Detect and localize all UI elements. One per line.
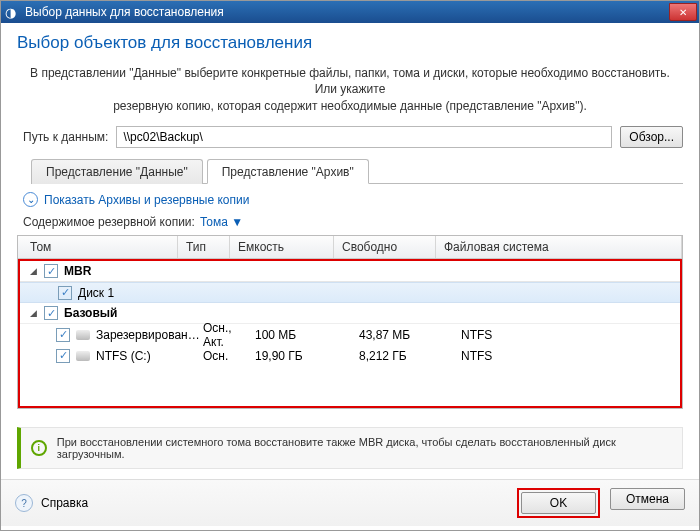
volumes-table: Том Тип Емкость Свободно Файловая систем…	[17, 235, 683, 409]
page-title: Выбор объектов для восстановления	[17, 33, 683, 53]
group-mbr[interactable]: ◢ ✓ MBR	[20, 261, 680, 282]
hint-text: При восстановлении системного тома восст…	[57, 436, 672, 460]
app-icon	[5, 5, 19, 19]
checkbox[interactable]: ✓	[44, 264, 58, 278]
tabs: Представление "Данные" Представление "Ар…	[31, 158, 683, 184]
col-filesystem[interactable]: Файловая система	[436, 236, 682, 258]
path-label: Путь к данным:	[23, 130, 108, 144]
row-disk1[interactable]: ◢ ✓ Диск 1	[20, 282, 680, 303]
col-type[interactable]: Тип	[178, 236, 230, 258]
tree-toggle-icon[interactable]: ◢	[26, 266, 40, 276]
cell-type: Осн.	[203, 349, 255, 363]
tab-archive[interactable]: Представление "Архив"	[207, 159, 369, 184]
checkbox[interactable]: ✓	[44, 306, 58, 320]
tree-toggle-icon[interactable]: ◢	[26, 308, 40, 318]
checkbox[interactable]: ✓	[56, 328, 70, 342]
ok-button[interactable]: OK	[521, 492, 596, 514]
selection-highlight: ◢ ✓ MBR ◢ ✓ Диск 1 ◢ ✓ Базовый ✓ Зарезер…	[18, 259, 682, 408]
disk-label: Диск 1	[78, 286, 114, 300]
col-volume[interactable]: Том	[18, 236, 178, 258]
expand-icon[interactable]: ⌄	[23, 192, 38, 207]
cell-type: Осн., Акт.	[203, 321, 255, 349]
hint-panel: i При восстановлении системного тома вос…	[17, 427, 683, 469]
table-row[interactable]: ✓ Зарезервирован… Осн., Акт. 100 МБ 43,8…	[20, 324, 680, 345]
cell-free: 8,212 ГБ	[359, 349, 461, 363]
group-label: MBR	[64, 264, 91, 278]
description-line1: В представлении "Данные" выберите конкре…	[1, 61, 699, 99]
cell-capacity: 19,90 ГБ	[255, 349, 359, 363]
group-label: Базовый	[64, 306, 117, 320]
ok-highlight: OK	[517, 488, 600, 518]
show-archives-link[interactable]: Показать Архивы и резервные копии	[44, 193, 249, 207]
checkbox[interactable]: ✓	[56, 349, 70, 363]
col-capacity[interactable]: Емкость	[230, 236, 334, 258]
cell-free: 43,87 МБ	[359, 328, 461, 342]
checkbox[interactable]: ✓	[58, 286, 72, 300]
info-icon: i	[31, 440, 47, 456]
path-input[interactable]	[116, 126, 612, 148]
disk-icon	[76, 351, 90, 361]
description-line2: резервную копию, которая содержит необхо…	[1, 99, 699, 123]
group-basic[interactable]: ◢ ✓ Базовый	[20, 303, 680, 324]
cell-volume: NTFS (C:)	[96, 349, 203, 363]
cell-capacity: 100 МБ	[255, 328, 359, 342]
browse-button[interactable]: Обзор...	[620, 126, 683, 148]
cell-volume: Зарезервирован…	[96, 328, 203, 342]
cell-fs: NTFS	[461, 328, 680, 342]
table-row[interactable]: ✓ NTFS (C:) Осн. 19,90 ГБ 8,212 ГБ NTFS	[20, 345, 680, 366]
cancel-button[interactable]: Отмена	[610, 488, 685, 510]
content-type-dropdown[interactable]: Тома ▼	[200, 215, 243, 229]
help-icon[interactable]: ?	[15, 494, 33, 512]
title-bar: Выбор данных для восстановления ✕	[1, 1, 699, 23]
backup-content-label: Содержимое резервной копии:	[23, 215, 195, 229]
cell-fs: NTFS	[461, 349, 680, 363]
disk-icon	[76, 330, 90, 340]
help-link[interactable]: Справка	[41, 496, 88, 510]
col-free[interactable]: Свободно	[334, 236, 436, 258]
tab-data[interactable]: Представление "Данные"	[31, 159, 203, 184]
close-button[interactable]: ✕	[669, 3, 697, 21]
window-title: Выбор данных для восстановления	[25, 5, 224, 19]
